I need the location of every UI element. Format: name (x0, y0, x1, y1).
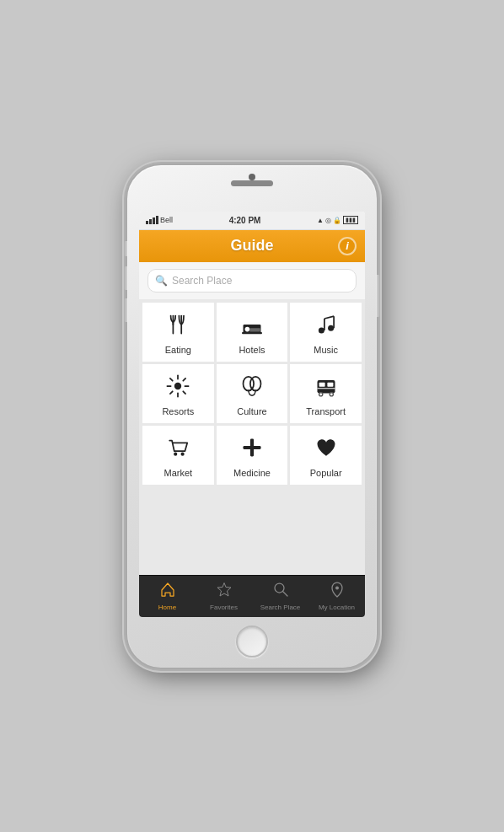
page-title: Guide (230, 237, 273, 255)
svg-rect-24 (319, 382, 324, 386)
market-label: Market (164, 468, 193, 478)
svg-line-19 (184, 378, 186, 380)
tab-my-location[interactable]: My Location (308, 576, 365, 617)
svg-point-8 (328, 325, 334, 330)
svg-rect-34 (243, 445, 260, 448)
grid-item-eating[interactable]: Eating (142, 303, 214, 362)
volume-up-button[interactable] (124, 266, 127, 290)
grid-item-music[interactable]: Music (290, 303, 362, 362)
resorts-label: Resorts (162, 406, 194, 416)
svg-rect-25 (327, 382, 333, 386)
wifi-icon: ▲ (317, 217, 324, 224)
speaker (231, 180, 273, 186)
svg-point-38 (335, 587, 339, 590)
culture-label: Culture (237, 406, 266, 416)
search-icon: 🔍 (155, 275, 168, 287)
svg-line-18 (184, 391, 186, 394)
transport-icon (314, 374, 338, 401)
lock-icon: 🔒 (333, 217, 341, 224)
search-input[interactable]: Search Place (172, 275, 232, 287)
search-place-tab-icon (272, 581, 289, 602)
battery-icon: ▮▮▮ (343, 216, 358, 224)
tab-bar: Home Favorites Search Place My Location (139, 575, 365, 617)
location-status-icon: ◎ (325, 217, 331, 224)
resorts-icon (166, 374, 190, 401)
phone-frame: Bell 4:20 PM ▲ ◎ 🔒 ▮▮▮ Guide i (126, 164, 378, 669)
market-icon (166, 436, 190, 463)
grid-item-market[interactable]: Market (142, 426, 214, 485)
grid-item-culture[interactable]: Culture (217, 364, 288, 423)
svg-point-7 (319, 327, 324, 333)
time-label: 4:20 PM (229, 216, 261, 225)
svg-point-22 (250, 376, 261, 390)
navigation-bar: Guide i (139, 230, 365, 262)
svg-point-29 (330, 393, 333, 395)
transport-label: Transport (306, 406, 346, 416)
grid-item-hotels[interactable]: Hotels (217, 303, 288, 362)
carrier-label: Bell (160, 216, 173, 224)
svg-point-31 (174, 452, 177, 455)
popular-icon (314, 436, 338, 463)
grid-item-resorts[interactable]: Resorts (142, 364, 214, 423)
music-icon (314, 313, 338, 340)
svg-line-17 (170, 378, 173, 380)
svg-point-27 (319, 393, 322, 395)
signal-icon (146, 216, 158, 224)
home-tab-icon (159, 581, 176, 602)
status-bar: Bell 4:20 PM ▲ ◎ 🔒 ▮▮▮ (139, 212, 365, 230)
home-tab-label: Home (158, 604, 176, 611)
svg-rect-6 (242, 332, 262, 334)
grid-item-transport[interactable]: Transport (290, 364, 362, 423)
mute-button[interactable] (124, 241, 127, 256)
hotels-icon (240, 313, 264, 340)
svg-rect-4 (245, 326, 250, 331)
svg-rect-5 (249, 328, 260, 331)
culture-icon (240, 374, 264, 401)
tab-search-place[interactable]: Search Place (252, 576, 308, 617)
search-place-tab-label: Search Place (260, 604, 301, 611)
my-location-tab-icon (329, 581, 346, 602)
grid-item-popular[interactable]: Popular (290, 426, 362, 485)
my-location-tab-label: My Location (319, 604, 355, 611)
home-button[interactable] (236, 625, 268, 658)
music-label: Music (314, 345, 338, 355)
svg-point-32 (181, 452, 185, 455)
medicine-icon (240, 436, 264, 463)
hotels-label: Hotels (239, 345, 265, 355)
volume-down-button[interactable] (124, 298, 127, 322)
svg-line-11 (324, 316, 334, 319)
grid: Eating Hotels Music Resorts Culture Tran… (142, 303, 362, 485)
status-icons: ▲ ◎ 🔒 ▮▮▮ (317, 216, 358, 224)
eating-label: Eating (165, 345, 191, 355)
svg-rect-23 (317, 380, 335, 393)
category-grid: Eating Hotels Music Resorts Culture Tran… (139, 299, 365, 575)
eating-icon (166, 313, 190, 340)
grid-item-medicine[interactable]: Medicine (217, 426, 288, 485)
power-button[interactable] (377, 275, 380, 317)
search-area: 🔍 Search Place (139, 262, 365, 299)
svg-line-20 (170, 391, 173, 394)
info-button[interactable]: i (338, 237, 357, 255)
tab-favorites[interactable]: Favorites (196, 576, 252, 617)
search-bar[interactable]: 🔍 Search Place (147, 269, 357, 293)
camera (249, 174, 255, 180)
svg-marker-35 (217, 583, 231, 597)
favorites-tab-icon (216, 581, 233, 602)
favorites-tab-label: Favorites (210, 604, 238, 611)
popular-label: Popular (310, 468, 342, 478)
medicine-label: Medicine (233, 468, 271, 478)
tab-home[interactable]: Home (139, 576, 196, 617)
svg-point-12 (174, 382, 181, 389)
svg-line-37 (282, 592, 287, 597)
phone-screen: Bell 4:20 PM ▲ ◎ 🔒 ▮▮▮ Guide i (139, 212, 365, 617)
